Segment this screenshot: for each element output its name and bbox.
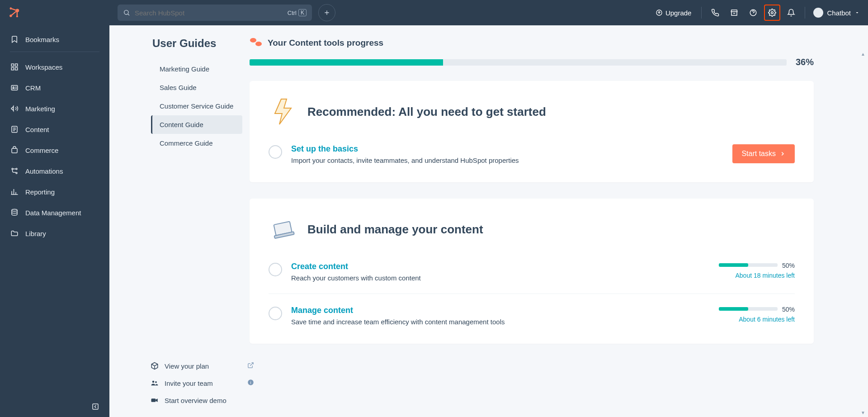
svg-point-15 <box>13 87 14 88</box>
svg-rect-22 <box>93 404 98 409</box>
hubspot-logo[interactable] <box>8 6 21 19</box>
svg-point-18 <box>12 168 13 170</box>
users-icon <box>150 379 159 387</box>
overall-progress-bar <box>250 59 787 66</box>
settings-button[interactable] <box>764 5 780 21</box>
sidebar-item-commerce[interactable]: Commerce <box>0 140 109 161</box>
grid-icon <box>10 63 19 71</box>
external-link-icon <box>247 362 254 370</box>
svg-marker-30 <box>275 99 291 124</box>
task-row: Manage content Save time and increase te… <box>269 294 795 329</box>
task-desc: Import your contacts, invite teammates, … <box>291 156 723 164</box>
task-checkbox[interactable] <box>269 307 282 320</box>
guide-item-marketing[interactable]: Marketing Guide <box>152 60 242 78</box>
svg-rect-13 <box>15 68 18 70</box>
global-search[interactable]: CtrlK <box>118 5 312 21</box>
invite-team-link[interactable]: Invite your team i <box>150 374 254 392</box>
svg-rect-14 <box>11 85 18 90</box>
card-build-manage: Build and manage your content Create con… <box>250 199 814 344</box>
svg-point-20 <box>16 168 17 170</box>
box-icon <box>150 362 159 370</box>
sidebar-item-label: Library <box>25 230 46 237</box>
user-menu[interactable]: Chatbot <box>811 8 860 18</box>
sidebar-item-label: Content <box>25 126 49 133</box>
guides-footer: View your plan Invite your team i <box>150 357 254 409</box>
upgrade-icon <box>656 9 663 16</box>
sidebar-item-automations[interactable]: Automations <box>0 161 109 181</box>
notifications-button[interactable] <box>783 5 799 21</box>
guide-item-customer-service[interactable]: Customer Service Guide <box>152 97 242 115</box>
megaphone-icon <box>10 104 19 113</box>
svg-rect-12 <box>11 68 14 70</box>
collapse-sidebar-button[interactable] <box>0 396 109 417</box>
task-title[interactable]: Create content <box>291 262 709 271</box>
guide-item-content[interactable]: Content Guide <box>151 115 242 134</box>
sidebar-item-content[interactable]: Content <box>0 119 109 140</box>
overview-demo-link[interactable]: Start overview demo <box>150 392 254 409</box>
upgrade-button[interactable]: Upgrade <box>651 9 696 17</box>
sidebar-item-data-management[interactable]: Data Management <box>0 202 109 223</box>
sidebar-item-workspaces[interactable]: Workspaces <box>0 57 109 77</box>
create-button[interactable] <box>318 4 335 21</box>
guide-item-sales[interactable]: Sales Guide <box>152 78 242 97</box>
phone-icon <box>711 9 719 17</box>
view-plan-link[interactable]: View your plan <box>150 357 254 374</box>
search-shortcut: CtrlK <box>288 9 307 16</box>
sidebar-item-label: Commerce <box>25 147 58 154</box>
bell-icon <box>787 9 795 17</box>
search-input[interactable] <box>135 9 283 17</box>
database-icon <box>10 208 19 217</box>
sidebar-item-reporting[interactable]: Reporting <box>0 181 109 202</box>
video-icon <box>150 396 159 404</box>
content-column: Your Content tools progress 36% Recommen… <box>250 37 868 360</box>
lightning-illustration <box>269 97 297 126</box>
help-icon <box>749 9 757 17</box>
svg-point-21 <box>12 209 17 212</box>
sidebar-item-library[interactable]: Library <box>0 223 109 244</box>
card-title: Recommended: All you need to get started <box>307 105 546 119</box>
sidebar-item-label: Bookmarks <box>25 36 59 43</box>
task-desc: Save time and increase team efficiency w… <box>291 318 709 326</box>
guides-title: User Guides <box>152 37 242 50</box>
progress-title: Your Content tools progress <box>268 38 383 48</box>
chevron-right-icon <box>779 151 786 157</box>
task-checkbox[interactable] <box>269 145 282 159</box>
help-button[interactable] <box>745 5 761 21</box>
top-bar: CtrlK Upgrade Chatbot <box>0 0 868 25</box>
task-percent: 50% <box>782 306 795 313</box>
sidebar-item-bookmarks[interactable]: Bookmarks <box>0 29 109 50</box>
task-row: Create content Reach your customers with… <box>269 258 795 285</box>
marketplace-button[interactable] <box>726 5 742 21</box>
guide-item-commerce[interactable]: Commerce Guide <box>152 134 242 152</box>
task-progress-bar <box>719 263 778 267</box>
task-progress-bar <box>719 307 778 311</box>
task-title[interactable]: Set up the basics <box>291 144 723 154</box>
task-percent: 50% <box>782 262 795 269</box>
task-title[interactable]: Manage content <box>291 306 709 315</box>
collapse-icon <box>91 403 99 411</box>
primary-sidebar: Bookmarks Workspaces CRM Marketing Conte… <box>0 25 109 417</box>
svg-rect-27 <box>151 398 156 402</box>
sidebar-item-crm[interactable]: CRM <box>0 77 109 98</box>
sidebar-item-label: Reporting <box>25 188 55 196</box>
sidebar-item-marketing[interactable]: Marketing <box>0 98 109 119</box>
sidebar-item-label: Data Management <box>25 209 81 217</box>
start-tasks-button[interactable]: Start tasks <box>732 144 795 163</box>
card-recommended: Recommended: All you need to get started… <box>250 81 814 182</box>
svg-text:i: i <box>250 380 251 385</box>
progress-icon <box>250 37 262 49</box>
svg-point-28 <box>250 38 256 43</box>
task-row: Set up the basics Import your contacts, … <box>269 141 795 168</box>
bookmark-icon <box>10 35 19 43</box>
search-icon <box>123 9 130 16</box>
task-checkbox[interactable] <box>269 263 282 276</box>
store-icon <box>730 9 738 17</box>
document-icon <box>10 125 19 133</box>
guides-sidebar: User Guides Marketing Guide Sales Guide … <box>109 37 250 360</box>
folder-icon <box>10 229 19 237</box>
gear-icon <box>768 9 776 17</box>
bar-chart-icon <box>10 188 19 196</box>
info-icon: i <box>247 379 254 387</box>
id-card-icon <box>10 84 19 92</box>
calls-button[interactable] <box>707 5 723 21</box>
